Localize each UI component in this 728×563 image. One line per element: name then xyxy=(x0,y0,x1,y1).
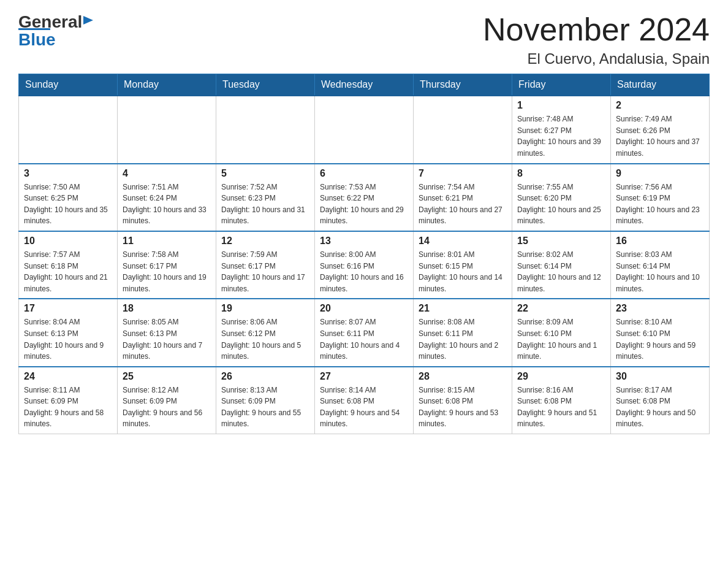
day-info: Sunrise: 7:58 AM Sunset: 6:17 PM Dayligh… xyxy=(123,249,211,294)
calendar-cell: 17Sunrise: 8:04 AM Sunset: 6:13 PM Dayli… xyxy=(19,299,118,366)
day-info: Sunrise: 8:09 AM Sunset: 6:10 PM Dayligh… xyxy=(517,316,605,362)
day-number: 6 xyxy=(320,168,408,179)
calendar-cell xyxy=(216,96,315,163)
day-info: Sunrise: 7:56 AM Sunset: 6:19 PM Dayligh… xyxy=(616,182,704,227)
calendar-cell: 6Sunrise: 7:53 AM Sunset: 6:22 PM Daylig… xyxy=(315,164,414,231)
day-info: Sunrise: 8:07 AM Sunset: 6:11 PM Dayligh… xyxy=(320,316,408,362)
calendar-cell: 5Sunrise: 7:52 AM Sunset: 6:23 PM Daylig… xyxy=(216,164,315,231)
calendar-cell xyxy=(315,96,414,163)
logo-blue: Blue xyxy=(18,30,56,49)
day-number: 24 xyxy=(24,371,112,382)
day-number: 2 xyxy=(616,100,704,111)
day-info: Sunrise: 8:01 AM Sunset: 6:15 PM Dayligh… xyxy=(419,249,507,294)
logo: General Blue xyxy=(18,12,97,50)
day-number: 13 xyxy=(320,236,408,247)
calendar-header-wednesday: Wednesday xyxy=(315,74,414,96)
calendar-header-monday: Monday xyxy=(118,74,216,96)
calendar-cell: 12Sunrise: 7:59 AM Sunset: 6:17 PM Dayli… xyxy=(216,231,315,299)
day-info: Sunrise: 7:50 AM Sunset: 6:25 PM Dayligh… xyxy=(24,182,112,227)
day-number: 26 xyxy=(221,371,309,382)
calendar-header-tuesday: Tuesday xyxy=(216,74,315,96)
calendar-cell: 8Sunrise: 7:55 AM Sunset: 6:20 PM Daylig… xyxy=(512,164,611,231)
calendar-table: SundayMondayTuesdayWednesdayThursdayFrid… xyxy=(18,74,710,434)
day-number: 29 xyxy=(517,371,605,382)
day-info: Sunrise: 7:57 AM Sunset: 6:18 PM Dayligh… xyxy=(24,249,112,294)
calendar-cell xyxy=(414,96,512,163)
title-block: November 2024 El Cuervo, Andalusia, Spai… xyxy=(483,12,710,67)
day-info: Sunrise: 7:52 AM Sunset: 6:23 PM Dayligh… xyxy=(221,182,309,227)
day-info: Sunrise: 7:53 AM Sunset: 6:22 PM Dayligh… xyxy=(320,182,408,227)
calendar-cell: 30Sunrise: 8:17 AM Sunset: 6:08 PM Dayli… xyxy=(611,367,710,434)
day-info: Sunrise: 8:16 AM Sunset: 6:08 PM Dayligh… xyxy=(517,385,605,430)
day-info: Sunrise: 7:48 AM Sunset: 6:27 PM Dayligh… xyxy=(517,113,605,159)
calendar-cell: 11Sunrise: 7:58 AM Sunset: 6:17 PM Dayli… xyxy=(118,231,216,299)
calendar-cell: 2Sunrise: 7:49 AM Sunset: 6:26 PM Daylig… xyxy=(611,96,710,163)
calendar-cell: 20Sunrise: 8:07 AM Sunset: 6:11 PM Dayli… xyxy=(315,299,414,366)
day-info: Sunrise: 8:10 AM Sunset: 6:10 PM Dayligh… xyxy=(616,316,704,362)
calendar-week-2: 3Sunrise: 7:50 AM Sunset: 6:25 PM Daylig… xyxy=(19,164,710,231)
day-number: 4 xyxy=(123,168,211,179)
day-number: 12 xyxy=(221,236,309,247)
calendar-cell: 14Sunrise: 8:01 AM Sunset: 6:15 PM Dayli… xyxy=(414,231,512,299)
day-number: 9 xyxy=(616,168,704,179)
day-number: 19 xyxy=(221,303,309,314)
calendar-header-saturday: Saturday xyxy=(611,74,710,96)
page-header: General Blue November 2024 El Cuervo, An… xyxy=(18,12,710,67)
calendar-header-thursday: Thursday xyxy=(414,74,512,96)
calendar-cell: 15Sunrise: 8:02 AM Sunset: 6:14 PM Dayli… xyxy=(512,231,611,299)
main-title: November 2024 xyxy=(483,12,710,47)
calendar-cell: 10Sunrise: 7:57 AM Sunset: 6:18 PM Dayli… xyxy=(19,231,118,299)
day-number: 3 xyxy=(24,168,112,179)
day-number: 16 xyxy=(616,236,704,247)
calendar-cell: 7Sunrise: 7:54 AM Sunset: 6:21 PM Daylig… xyxy=(414,164,512,231)
calendar-cell: 1Sunrise: 7:48 AM Sunset: 6:27 PM Daylig… xyxy=(512,96,611,163)
calendar-cell: 4Sunrise: 7:51 AM Sunset: 6:24 PM Daylig… xyxy=(118,164,216,231)
day-number: 28 xyxy=(419,371,507,382)
calendar-header-sunday: Sunday xyxy=(19,74,118,96)
subtitle: El Cuervo, Andalusia, Spain xyxy=(483,50,710,67)
day-number: 10 xyxy=(24,236,112,247)
day-info: Sunrise: 8:11 AM Sunset: 6:09 PM Dayligh… xyxy=(24,385,112,430)
calendar-cell: 21Sunrise: 8:08 AM Sunset: 6:11 PM Dayli… xyxy=(414,299,512,366)
day-info: Sunrise: 8:04 AM Sunset: 6:13 PM Dayligh… xyxy=(24,316,112,362)
day-info: Sunrise: 8:00 AM Sunset: 6:16 PM Dayligh… xyxy=(320,249,408,294)
calendar-cell xyxy=(118,96,216,163)
calendar-cell: 25Sunrise: 8:12 AM Sunset: 6:09 PM Dayli… xyxy=(118,367,216,434)
calendar-cell xyxy=(19,96,118,163)
day-info: Sunrise: 8:17 AM Sunset: 6:08 PM Dayligh… xyxy=(616,385,704,430)
day-info: Sunrise: 7:54 AM Sunset: 6:21 PM Dayligh… xyxy=(419,182,507,227)
day-number: 23 xyxy=(616,303,704,314)
day-number: 7 xyxy=(419,168,507,179)
day-number: 14 xyxy=(419,236,507,247)
calendar-week-3: 10Sunrise: 7:57 AM Sunset: 6:18 PM Dayli… xyxy=(19,231,710,299)
calendar-week-1: 1Sunrise: 7:48 AM Sunset: 6:27 PM Daylig… xyxy=(19,96,710,163)
day-number: 30 xyxy=(616,371,704,382)
day-number: 11 xyxy=(123,236,211,247)
calendar-cell: 16Sunrise: 8:03 AM Sunset: 6:14 PM Dayli… xyxy=(611,231,710,299)
day-info: Sunrise: 7:55 AM Sunset: 6:20 PM Dayligh… xyxy=(517,182,605,227)
day-number: 20 xyxy=(320,303,408,314)
day-info: Sunrise: 8:02 AM Sunset: 6:14 PM Dayligh… xyxy=(517,249,605,294)
calendar-cell: 26Sunrise: 8:13 AM Sunset: 6:09 PM Dayli… xyxy=(216,367,315,434)
day-info: Sunrise: 8:05 AM Sunset: 6:13 PM Dayligh… xyxy=(123,316,211,362)
day-number: 27 xyxy=(320,371,408,382)
calendar-cell: 29Sunrise: 8:16 AM Sunset: 6:08 PM Dayli… xyxy=(512,367,611,434)
calendar-week-5: 24Sunrise: 8:11 AM Sunset: 6:09 PM Dayli… xyxy=(19,367,710,434)
calendar-header-row: SundayMondayTuesdayWednesdayThursdayFrid… xyxy=(19,74,710,96)
day-info: Sunrise: 8:13 AM Sunset: 6:09 PM Dayligh… xyxy=(221,385,309,430)
day-number: 18 xyxy=(123,303,211,314)
calendar-cell: 9Sunrise: 7:56 AM Sunset: 6:19 PM Daylig… xyxy=(611,164,710,231)
calendar-header-friday: Friday xyxy=(512,74,611,96)
calendar-cell: 24Sunrise: 8:11 AM Sunset: 6:09 PM Dayli… xyxy=(19,367,118,434)
calendar-cell: 13Sunrise: 8:00 AM Sunset: 6:16 PM Dayli… xyxy=(315,231,414,299)
day-info: Sunrise: 7:49 AM Sunset: 6:26 PM Dayligh… xyxy=(616,113,704,159)
day-number: 5 xyxy=(221,168,309,179)
calendar-cell: 28Sunrise: 8:15 AM Sunset: 6:08 PM Dayli… xyxy=(414,367,512,434)
day-info: Sunrise: 8:08 AM Sunset: 6:11 PM Dayligh… xyxy=(419,316,507,362)
day-number: 1 xyxy=(517,100,605,111)
logo-arrow-icon xyxy=(83,13,97,27)
day-number: 25 xyxy=(123,371,211,382)
day-info: Sunrise: 7:59 AM Sunset: 6:17 PM Dayligh… xyxy=(221,249,309,294)
day-info: Sunrise: 8:06 AM Sunset: 6:12 PM Dayligh… xyxy=(221,316,309,362)
day-number: 22 xyxy=(517,303,605,314)
